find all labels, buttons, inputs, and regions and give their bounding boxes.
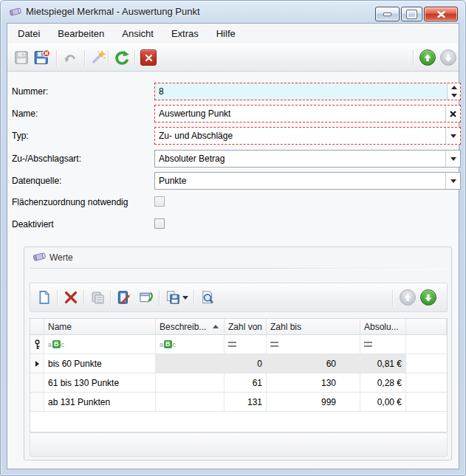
typ-dropdown-button[interactable] (445, 128, 460, 144)
toolbar-separator (110, 290, 111, 306)
menubar: Datei Bearbeiten Ansicht Extras Hilfe (7, 24, 459, 44)
minimize-button[interactable] (375, 7, 400, 21)
cell-beschreibung[interactable] (156, 373, 225, 393)
menu-item-bearbeiten[interactable]: Bearbeiten (49, 24, 113, 43)
close-form-button[interactable] (139, 48, 158, 67)
flaechenzuordnung-checkbox[interactable] (154, 196, 165, 207)
toolbar-separator (57, 290, 58, 306)
toolbar-separator (108, 50, 109, 66)
preview-button[interactable] (198, 288, 217, 307)
menu-item-ansicht[interactable]: Ansicht (113, 24, 162, 43)
open-window-button[interactable] (137, 288, 156, 307)
arrow-up-icon (400, 289, 416, 306)
column-header-absolut[interactable]: Absolu... (360, 319, 406, 335)
table-row[interactable]: bis 60 Punkte 0 60 0,81 € (30, 354, 447, 373)
arrow-down-icon (440, 49, 456, 66)
maximize-button[interactable] (401, 7, 422, 21)
navigate-up-button[interactable] (418, 48, 437, 67)
filter-cell-absolut[interactable] (360, 335, 406, 354)
maximize-icon (407, 10, 417, 18)
navigate-down-button[interactable] (439, 48, 458, 67)
column-header-filler (406, 319, 447, 335)
row-up-button[interactable] (398, 288, 417, 307)
magic-wand-button[interactable] (89, 48, 108, 67)
column-header-zahl-von[interactable]: Zahl von (225, 319, 267, 335)
close-button[interactable] (424, 7, 458, 21)
export-dropdown-button[interactable] (180, 288, 191, 307)
cell-beschreibung[interactable] (156, 354, 225, 373)
grid-header-row: Name Beschreib... Zahl von Zahl bis Abso… (30, 319, 447, 335)
clear-button[interactable] (445, 106, 460, 122)
cell-name[interactable]: ab 131 Punkten (44, 393, 156, 412)
cell-zahl-bis[interactable]: 130 (267, 373, 360, 393)
cell-absolut[interactable]: 0,00 € (360, 393, 406, 412)
spinner-up-button[interactable] (448, 83, 460, 92)
save-button[interactable] (12, 48, 31, 67)
menu-item-datei[interactable]: Datei (9, 24, 49, 43)
refresh-button[interactable] (112, 48, 131, 67)
filter-cell-zahl-von[interactable] (225, 335, 267, 354)
chevron-down-icon (450, 134, 456, 138)
name-field[interactable] (154, 105, 461, 123)
edit-row-button[interactable] (114, 288, 134, 307)
save-icon (14, 50, 29, 65)
column-header-name[interactable]: Name (44, 319, 156, 335)
menu-item-extras[interactable]: Extras (162, 24, 208, 43)
cell-beschreibung[interactable] (156, 393, 225, 412)
copy-row-button[interactable] (88, 288, 107, 307)
titlebar[interactable]: Mietspiegel Merkmal - Auswertung Punkt (1, 1, 465, 23)
name-input[interactable] (155, 105, 445, 123)
filter-cell-beschreibung[interactable]: aBc (156, 335, 225, 354)
cell-name[interactable]: bis 60 Punkte (44, 354, 156, 373)
grid-footer-panel (30, 432, 448, 457)
spinner-down-icon (451, 94, 457, 97)
close-icon (437, 11, 445, 18)
nummer-input[interactable] (155, 83, 447, 100)
cell-zahl-von[interactable]: 131 (225, 393, 267, 412)
cell-zahl-von[interactable]: 61 (225, 373, 267, 393)
table-row[interactable]: 61 bis 130 Punkte 61 130 0,28 € (30, 373, 447, 393)
chevron-down-icon (450, 179, 456, 183)
column-label: Zahl von (228, 322, 262, 332)
clear-x-icon (450, 111, 456, 117)
save-and-close-button[interactable] (32, 48, 52, 67)
undo-button[interactable] (61, 48, 80, 67)
nummer-field[interactable] (154, 83, 461, 100)
column-label: Beschreib... (160, 322, 206, 332)
menu-item-hilfe[interactable]: Hilfe (208, 24, 244, 43)
chevron-down-icon (182, 296, 188, 300)
column-header-indicator (30, 319, 44, 335)
table-row[interactable]: ab 131 Punkten 131 999 0,00 € (30, 393, 447, 412)
cell-absolut[interactable]: 0,28 € (360, 373, 406, 393)
cell-name[interactable]: 61 bis 130 Punkte (44, 373, 156, 393)
cell-absolut[interactable]: 0,81 € (360, 354, 406, 373)
toolbar-separator (413, 50, 414, 66)
group-separator (30, 268, 445, 269)
field-label-typ: Typ: (12, 131, 29, 141)
field-label-datenquelle: Datenquelle: (12, 176, 61, 186)
cell-filler (406, 373, 447, 393)
cell-zahl-bis[interactable]: 999 (267, 393, 360, 412)
magic-wand-icon (90, 49, 106, 66)
new-row-button[interactable] (35, 288, 54, 307)
row-indicator-cell (30, 393, 44, 412)
abschlagsart-combobox[interactable]: Absoluter Betrag (154, 150, 461, 168)
spinner-down-button[interactable] (448, 92, 460, 100)
abschlagsart-dropdown-button[interactable] (445, 151, 460, 167)
filter-edit-cell[interactable] (30, 335, 44, 354)
row-down-button[interactable] (419, 288, 438, 307)
typ-combobox[interactable]: Zu- und Abschläge (154, 127, 461, 145)
datenquelle-dropdown-button[interactable] (445, 173, 460, 189)
toolbar-separator (56, 50, 57, 66)
deaktiviert-checkbox[interactable] (154, 218, 165, 229)
cell-zahl-bis[interactable]: 60 (267, 354, 360, 373)
abschlagsart-value: Absoluter Betrag (155, 151, 445, 167)
delete-row-button[interactable] (61, 288, 80, 307)
filter-cell-name[interactable]: aBc (44, 335, 156, 354)
column-header-beschreibung[interactable]: Beschreib... (156, 319, 225, 335)
filter-cell-zahl-bis[interactable] (267, 335, 360, 354)
datenquelle-combobox[interactable]: Punkte (154, 172, 461, 190)
column-header-zahl-bis[interactable]: Zahl bis (267, 319, 360, 335)
cell-zahl-von[interactable]: 0 (225, 354, 267, 373)
toolbar-separator (159, 290, 160, 306)
